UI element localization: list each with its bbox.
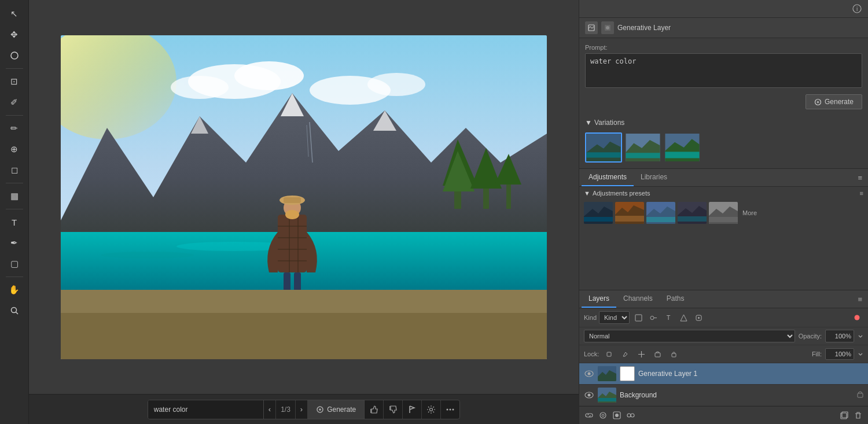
layer-mask-gen-1 [620, 366, 635, 381]
more-presets-btn[interactable]: More [740, 202, 759, 224]
new-layer-btn[interactable] [838, 409, 851, 422]
svg-point-96 [588, 373, 591, 375]
layer-row-gen-1[interactable]: Generative Layer 1 [579, 363, 868, 385]
settings-btn[interactable] [422, 400, 441, 419]
layer-vis-gen-1[interactable] [584, 370, 594, 377]
kind-select[interactable]: Kind [599, 311, 630, 324]
tool-move[interactable]: ✥ [4, 25, 25, 44]
layer-shape-icon[interactable] [677, 311, 690, 324]
lock-pixel-btn[interactable] [602, 348, 615, 360]
adj-menu-icon[interactable]: ≡ [854, 171, 866, 185]
layer-thumb-bg [598, 388, 616, 403]
bottom-prompt-input[interactable]: water color [148, 400, 264, 419]
tab-adjustments[interactable]: Adjustments [582, 169, 634, 186]
svg-rect-93 [655, 353, 660, 357]
variations-header[interactable]: ▼ Variations [579, 115, 868, 130]
tool-zoom[interactable] [4, 301, 25, 320]
layer-mask-btn[interactable] [610, 409, 623, 422]
preset-1[interactable] [584, 202, 613, 224]
variations-thumbnails [579, 130, 868, 168]
tool-crop[interactable]: ⊡ [4, 72, 25, 91]
svg-point-91 [855, 315, 860, 320]
tool-type[interactable]: T [4, 213, 25, 231]
svg-point-108 [615, 414, 619, 417]
layer-adjustment-btn[interactable] [624, 409, 637, 422]
variation-1[interactable] [585, 132, 622, 163]
tool-select[interactable]: ↖ [4, 5, 25, 23]
svg-marker-88 [681, 315, 687, 321]
kind-label: Kind [584, 314, 597, 321]
svg-point-7 [171, 76, 229, 99]
layer-vis-bg[interactable] [584, 392, 594, 399]
tool-shape[interactable]: ▢ [4, 255, 25, 273]
layer-adjust-icon[interactable] [647, 311, 660, 324]
layer-row-background[interactable]: Background [579, 385, 868, 406]
svg-rect-103 [598, 398, 616, 401]
tab-paths[interactable]: Paths [660, 290, 692, 308]
variation-3[interactable] [664, 132, 701, 163]
tool-gradient[interactable]: ▦ [4, 187, 25, 205]
tab-layers[interactable]: Layers [582, 290, 616, 308]
tab-channels[interactable]: Channels [616, 290, 660, 308]
svg-point-53 [447, 408, 448, 410]
divider-5 [6, 276, 23, 277]
svg-point-6 [234, 61, 304, 90]
generate-btn-label: Generate [825, 98, 854, 106]
tool-clone[interactable]: ⊕ [4, 140, 25, 158]
layer-link-btn[interactable] [583, 409, 595, 422]
gen-layer-icon-1[interactable] [585, 21, 598, 34]
layer-pixel-icon[interactable] [632, 311, 645, 324]
info-button[interactable]: i [851, 2, 863, 15]
svg-rect-43 [284, 197, 301, 203]
tool-eyedropper[interactable]: ✐ [4, 93, 25, 112]
flag-btn[interactable] [403, 400, 422, 419]
tool-pen[interactable]: ✒ [4, 234, 25, 252]
tool-eraser[interactable]: ◻ [4, 161, 25, 179]
divider-2 [6, 115, 23, 116]
variation-2[interactable] [624, 132, 661, 163]
svg-rect-51 [389, 406, 391, 410]
adj-presets-grid: More [579, 200, 868, 227]
fill-input[interactable]: 100% [825, 348, 854, 360]
blend-mode-select[interactable]: Normal Multiply Screen Overlay [584, 330, 795, 342]
thumbs-up-btn[interactable] [365, 400, 384, 419]
preset-5[interactable] [709, 202, 738, 224]
generate-button[interactable]: Generate [806, 94, 862, 109]
delete-layer-btn[interactable] [852, 409, 865, 422]
tool-hand[interactable]: ✋ [4, 281, 25, 299]
preset-4[interactable] [678, 202, 707, 224]
more-btn[interactable] [441, 400, 459, 419]
bottom-generate-btn[interactable]: Generate [308, 400, 365, 419]
gen-layer-icon-2[interactable] [601, 21, 614, 34]
layer-effects-btn[interactable] [597, 409, 609, 422]
layer-name-bg: Background [620, 391, 854, 399]
canvas-area [29, 0, 579, 394]
lock-all-btn[interactable] [667, 348, 680, 360]
lock-move-btn[interactable] [635, 348, 648, 360]
adj-list-icon[interactable]: ≡ [860, 190, 863, 197]
bottom-toolbar: water color ‹ 1/3 › Generate [29, 394, 579, 424]
lock-draw-btn[interactable] [619, 348, 631, 360]
fill-label: Fill: [812, 351, 822, 357]
preset-2[interactable] [615, 202, 644, 224]
photo-canvas [61, 35, 547, 359]
svg-point-0 [11, 52, 18, 59]
tool-brush[interactable]: ✏ [4, 119, 25, 138]
thumbs-down-btn[interactable] [384, 400, 403, 419]
lock-artboard-btn[interactable] [651, 348, 664, 360]
tool-lasso[interactable] [4, 46, 25, 65]
next-btn[interactable]: › [296, 400, 308, 419]
prev-btn[interactable]: ‹ [264, 400, 276, 419]
divider-1 [6, 68, 23, 69]
layer-smart-icon[interactable] [692, 311, 705, 324]
layers-menu-icon[interactable]: ≡ [854, 293, 866, 306]
svg-rect-85 [709, 217, 738, 222]
opacity-input[interactable]: 100% [825, 330, 854, 342]
adj-section-header: ▼ Adjustments presets ≡ [579, 187, 868, 200]
tab-libraries[interactable]: Libraries [634, 169, 674, 186]
layer-type-icon[interactable]: T [662, 311, 675, 324]
preset-3[interactable] [646, 202, 675, 224]
layer-color-dot[interactable] [851, 311, 863, 324]
nav-counter: 1/3 [276, 400, 296, 419]
prompt-textarea[interactable]: water color [585, 53, 862, 88]
